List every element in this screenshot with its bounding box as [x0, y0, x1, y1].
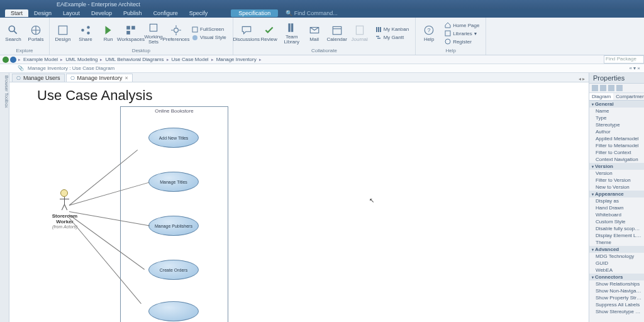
svg-rect-9 [126, 31, 130, 35]
breadcrumb-item[interactable]: UML Behavioral Diagrams [103, 57, 165, 62]
prop-section-connectors[interactable]: Connectors [589, 274, 644, 280]
prop-item[interactable]: MDG Technology [589, 253, 644, 260]
working-sets-button[interactable]: Working Sets [143, 19, 164, 48]
breadcrumb-item[interactable]: Example Model [21, 57, 60, 62]
menu-specify[interactable]: Specify [184, 9, 214, 17]
design-button[interactable]: Design [52, 19, 74, 48]
journal-button[interactable]: Journal [349, 19, 370, 48]
prop-item[interactable]: Type [589, 114, 644, 121]
prop-item[interactable]: Author [589, 128, 644, 135]
discussions-button[interactable]: Discussions [236, 19, 257, 48]
prop-item[interactable]: Custom Style [589, 218, 644, 225]
svg-point-6 [87, 31, 90, 35]
prop-item[interactable]: Context Navigation [589, 156, 644, 163]
run-button[interactable]: Run [97, 19, 119, 48]
home-page-button[interactable]: Home Page [443, 21, 480, 29]
prop-item[interactable]: Filter to Metamodel [589, 142, 644, 149]
kanban-button[interactable]: My Kanban [374, 26, 410, 33]
share-button[interactable]: Share [75, 19, 96, 48]
menu-develop[interactable]: Develop [86, 9, 118, 17]
cursor-icon: ↖ [369, 197, 374, 204]
prop-item[interactable]: Show Relationships [589, 280, 644, 287]
prop-item[interactable]: Filter to Version [589, 177, 644, 184]
svg-point-5 [87, 26, 90, 29]
prop-item[interactable]: New to Version [589, 184, 644, 191]
prop-section-appearance[interactable]: Appearance [589, 191, 644, 197]
svg-rect-10 [150, 24, 157, 31]
usecase-manage-publishers[interactable]: Manage Publishers [148, 216, 199, 236]
menu-design[interactable]: Design [28, 9, 57, 17]
mail-button[interactable]: Mail [304, 19, 325, 48]
breadcrumb-item[interactable]: UML Modeling [64, 57, 99, 62]
find-package-input[interactable]: Find Package [604, 55, 644, 64]
prop-item[interactable]: Whiteboard [589, 211, 644, 218]
usecase-manage-titles[interactable]: Manage Titles [148, 172, 199, 192]
svg-rect-24 [377, 38, 380, 39]
menu-configure[interactable]: Configure [148, 9, 184, 17]
prop-tab-diagram[interactable]: Diagram [589, 93, 613, 100]
prop-tab-compartments[interactable]: Compartments [613, 93, 644, 100]
visual-style-button[interactable]: Visual Style [191, 34, 228, 42]
prop-section-version[interactable]: Version [589, 163, 644, 170]
menu-start[interactable]: Start [5, 9, 28, 17]
prop-item[interactable]: Show Property String [589, 294, 644, 301]
menu-layout[interactable]: Layout [57, 9, 86, 17]
review-button[interactable]: Review [258, 19, 280, 48]
prop-item[interactable]: Filter to Context [589, 149, 644, 156]
prop-item[interactable]: Theme [589, 239, 644, 246]
actor-storeroom-worker[interactable]: Storeroom Worker (from Actors) [46, 189, 84, 229]
prop-item[interactable]: Stereotype [589, 121, 644, 128]
prop-item[interactable]: Show Non-Navigable ... [589, 287, 644, 294]
nav-back-icon[interactable] [3, 57, 9, 63]
portals-button[interactable]: Portals [25, 19, 47, 48]
path-bar: 📎Manage Inventory : Use Case Diagram « ▾… [0, 64, 644, 73]
workspaces-button[interactable]: Workspaces [120, 19, 142, 48]
prop-section-advanced[interactable]: Advanced [589, 246, 644, 253]
usecase-create-orders[interactable]: Create Orders [148, 260, 199, 280]
prop-section-general[interactable]: General [589, 101, 644, 108]
properties-title: Properties [589, 73, 644, 84]
diagram-canvas[interactable]: Use Case Analysis Online Bookstore Add N… [9, 82, 589, 322]
find-command[interactable]: 🔍 Find Command... [286, 10, 338, 16]
ribbon: Search Portals Explore Design Share Run … [0, 18, 644, 55]
breadcrumb-item[interactable]: Manage Inventory [214, 57, 258, 62]
close-icon[interactable]: × [125, 75, 128, 81]
left-rail[interactable]: Browser Toolbox [0, 73, 9, 322]
usecase-add-new-titles[interactable]: Add New Titles [148, 128, 199, 148]
prop-item[interactable]: Show Stereotype Label [589, 308, 644, 315]
prop-tool-icon[interactable] [616, 85, 623, 91]
calendar-button[interactable]: Calendar [326, 19, 348, 48]
prop-item[interactable]: Applied Metamodel [589, 135, 644, 142]
tab-manage-inventory[interactable]: ⎔Manage Inventory× [66, 74, 133, 82]
menu-specification[interactable]: Specification [231, 9, 278, 17]
breadcrumb-item[interactable]: Use Case Model [170, 57, 211, 62]
search-button[interactable]: Search [3, 19, 24, 48]
prop-tool-icon[interactable] [608, 85, 614, 91]
tab-manage-users[interactable]: ⎔Manage Users [12, 74, 65, 82]
prop-tool-icon[interactable] [600, 85, 606, 91]
help-button[interactable]: ?Help [418, 19, 440, 48]
prop-item[interactable]: Display Element Lock ... [589, 232, 644, 239]
svg-rect-14 [288, 23, 290, 32]
menu-publish[interactable]: Publish [118, 9, 148, 17]
preferences-button[interactable]: Preferences [165, 19, 187, 48]
fullscreen-button[interactable]: FullScreen [191, 26, 228, 33]
svg-text:?: ? [428, 27, 431, 33]
usecase-partial[interactable] [148, 301, 199, 321]
prop-item[interactable]: GUID [589, 260, 644, 267]
prop-item[interactable]: Name [589, 108, 644, 114]
prop-tool-icon[interactable] [592, 85, 598, 91]
titlebar: EAExample - Enterprise Architect [0, 0, 644, 9]
svg-rect-21 [378, 27, 379, 32]
prop-item[interactable]: Hand Drawn [589, 204, 644, 211]
prop-item[interactable]: Version [589, 170, 644, 177]
nav-fwd-icon[interactable] [10, 57, 16, 63]
libraries-button[interactable]: Libraries ▾ [443, 30, 480, 37]
team-library-button[interactable]: Team Library [281, 19, 303, 48]
prop-item[interactable]: Suppress All Labels [589, 301, 644, 308]
prop-item[interactable]: WebEA [589, 267, 644, 274]
prop-item[interactable]: Disable fully scoped o... [589, 225, 644, 232]
register-button[interactable]: Register [443, 38, 480, 45]
gantt-button[interactable]: My Gantt [374, 34, 410, 42]
prop-item[interactable]: Display as [589, 197, 644, 204]
